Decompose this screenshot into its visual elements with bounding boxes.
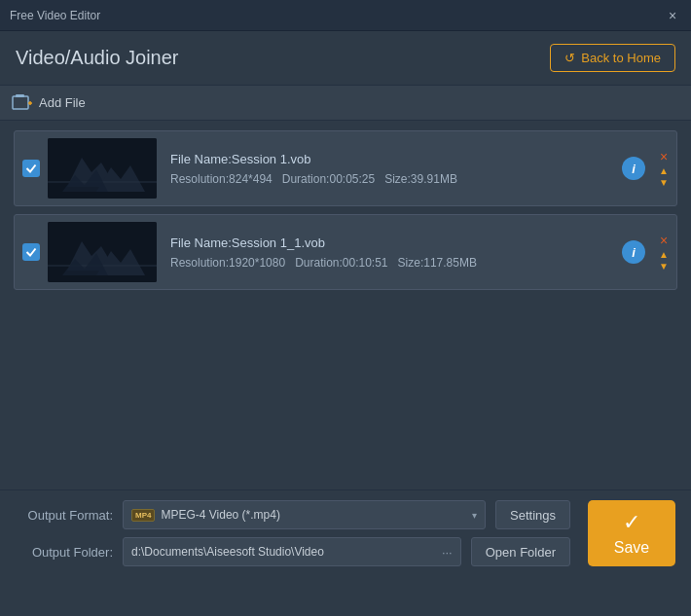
remove-file-1-button[interactable]: ×	[660, 150, 668, 163]
file-checkbox-1[interactable]	[22, 160, 40, 177]
file-info-1: File Name:Session 1.vob Resolution:824*4…	[170, 152, 622, 186]
save-button[interactable]: ✓ Save	[588, 500, 675, 566]
reorder-arrows-2: ▲ ▼	[659, 249, 669, 272]
output-format-select[interactable]: MP4 MPEG-4 Video (*.mp4) ▾	[123, 500, 486, 529]
output-format-row: Output Format: MP4 MPEG-4 Video (*.mp4) …	[16, 500, 570, 529]
page-title: Video/Audio Joiner	[16, 47, 179, 69]
file-thumbnail-1	[48, 138, 157, 199]
item-controls-2: × ▲ ▼	[659, 234, 669, 272]
file-list: File Name:Session 1.vob Resolution:824*4…	[0, 121, 691, 300]
save-label: Save	[614, 539, 649, 557]
back-arrow-icon: ↺	[564, 51, 575, 65]
file-meta-1: Resolution:824*494 Duration:00:05:25 Siz…	[170, 172, 622, 186]
toolbar: Add File	[0, 86, 691, 121]
info-button-2[interactable]: i	[622, 240, 645, 264]
header: Video/Audio Joiner ↺ Back to Home	[0, 31, 691, 86]
move-down-2-button[interactable]: ▼	[659, 261, 669, 272]
settings-button[interactable]: Settings	[495, 500, 570, 529]
bottom-bar: Output Format: MP4 MPEG-4 Video (*.mp4) …	[0, 489, 691, 578]
browse-folder-button[interactable]: ···	[442, 545, 453, 560]
save-check-icon: ✓	[623, 510, 640, 535]
add-file-icon	[12, 94, 33, 112]
info-button-1[interactable]: i	[622, 157, 645, 180]
format-icon: MP4	[131, 509, 155, 522]
svg-rect-0	[13, 96, 28, 109]
file-name-2: File Name:Session 1_1.vob	[170, 236, 622, 250]
svg-rect-1	[16, 94, 24, 97]
bottom-fields: Output Format: MP4 MPEG-4 Video (*.mp4) …	[16, 500, 570, 566]
add-file-label: Add File	[39, 95, 86, 110]
add-file-button[interactable]: Add File	[12, 94, 86, 112]
output-folder-row: Output Folder: d:\Documents\Aiseesoft St…	[16, 537, 570, 566]
back-to-home-label: Back to Home	[581, 51, 661, 65]
file-item: File Name:Session 1.vob Resolution:824*4…	[14, 130, 677, 206]
app-title: Free Video Editor	[10, 9, 100, 22]
output-format-label: Output Format:	[16, 508, 113, 523]
folder-path-text: d:\Documents\Aiseesoft Studio\Video	[131, 545, 324, 559]
move-up-2-button[interactable]: ▲	[659, 249, 669, 260]
reorder-arrows-1: ▲ ▼	[659, 165, 669, 188]
file-info-2: File Name:Session 1_1.vob Resolution:192…	[170, 236, 622, 270]
file-meta-2: Resolution:1920*1080 Duration:00:10:51 S…	[170, 256, 622, 270]
file-name-1: File Name:Session 1.vob	[170, 152, 622, 166]
title-bar: Free Video Editor ×	[0, 0, 691, 31]
item-controls-1: × ▲ ▼	[659, 150, 669, 188]
file-thumbnail-2	[48, 222, 157, 282]
remove-file-2-button[interactable]: ×	[660, 234, 668, 247]
folder-path-display: d:\Documents\Aiseesoft Studio\Video ···	[123, 537, 461, 566]
file-checkbox-2[interactable]	[22, 243, 40, 261]
open-folder-button[interactable]: Open Folder	[471, 537, 570, 566]
back-to-home-button[interactable]: ↺ Back to Home	[550, 44, 675, 72]
format-name: MPEG-4 Video (*.mp4)	[161, 508, 280, 522]
close-button[interactable]: ×	[664, 7, 681, 24]
move-up-1-button[interactable]: ▲	[659, 165, 669, 176]
file-list-container: File Name:Session 1.vob Resolution:824*4…	[0, 121, 691, 489]
file-item: File Name:Session 1_1.vob Resolution:192…	[14, 214, 677, 290]
move-down-1-button[interactable]: ▼	[659, 177, 669, 188]
chevron-down-icon: ▾	[472, 510, 477, 521]
output-folder-label: Output Folder:	[16, 545, 113, 560]
